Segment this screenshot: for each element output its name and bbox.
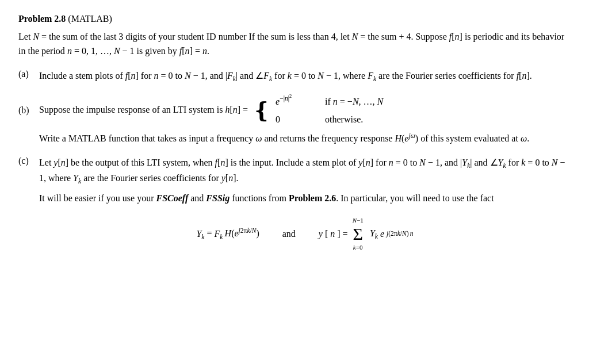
formula-and: and — [282, 227, 296, 242]
part-b-label: (b) — [18, 105, 39, 116]
part-a-content: Include a stem plots of f[n] for n = 0 t… — [39, 69, 571, 85]
formula-left: Yk = Fk H(ej2πk/N) — [196, 226, 259, 242]
formula-line: Yk = Fk H(ej2πk/N) and y[n] = N−1 Σ k=0 … — [39, 216, 571, 252]
part-c-label: (c) — [18, 156, 39, 187]
title-bold: Problem 2.8 — [18, 14, 66, 24]
piecewise-cases: e−|n|2 if n = −N, …, N 0 otherwise. — [276, 94, 383, 127]
piecewise-row-2: 0 otherwise. — [276, 113, 383, 127]
piecewise-expr-1: e−|n|2 — [276, 94, 316, 109]
part-c-content: Let y[n] be the output of this LTI syste… — [39, 156, 571, 187]
piecewise-row-1: e−|n|2 if n = −N, …, N — [276, 94, 383, 109]
part-b-after: Write a MATLAB function that takes as in… — [39, 131, 571, 146]
part-b-content: Suppose the impulse response of an LTI s… — [39, 94, 571, 127]
piecewise-brace: ❴ — [253, 99, 271, 121]
part-b: (b) Suppose the impulse response of an L… — [18, 94, 571, 147]
piecewise-expression: ❴ e−|n|2 if n = −N, …, N 0 otherwise. — [253, 94, 383, 127]
piecewise-expr-2: 0 — [276, 113, 316, 127]
title-normal: (MATLAB) — [66, 14, 112, 24]
part-c-fscoeff-text: It will be easier if you use your FSCoef… — [39, 191, 571, 206]
summation-block: N−1 Σ k=0 — [353, 216, 364, 252]
part-c: (c) Let y[n] be the output of this LTI s… — [18, 156, 571, 253]
part-b-text-before: Suppose the impulse response of an LTI s… — [39, 104, 250, 114]
sum-bottom-limit: k=0 — [353, 243, 363, 252]
sum-sigma: Σ — [353, 225, 362, 243]
formula-right: y[n] = N−1 Σ k=0 Ykej(2πk/N) n — [319, 216, 414, 252]
page-container: Problem 2.8 (MATLAB) Let N = the sum of … — [18, 14, 571, 252]
part-a: (a) Include a stem plots of f[n] for n =… — [18, 69, 571, 85]
intro-text: Let N = the sum of the last 3 digits of … — [18, 30, 571, 59]
part-c-sub: It will be easier if you use your FSCoef… — [39, 191, 571, 253]
part-a-label: (a) — [18, 69, 39, 85]
piecewise-cond-1: if n = −N, …, N — [325, 95, 383, 109]
piecewise-cond-2: otherwise. — [325, 113, 363, 127]
problem-title: Problem 2.8 (MATLAB) — [18, 14, 571, 24]
